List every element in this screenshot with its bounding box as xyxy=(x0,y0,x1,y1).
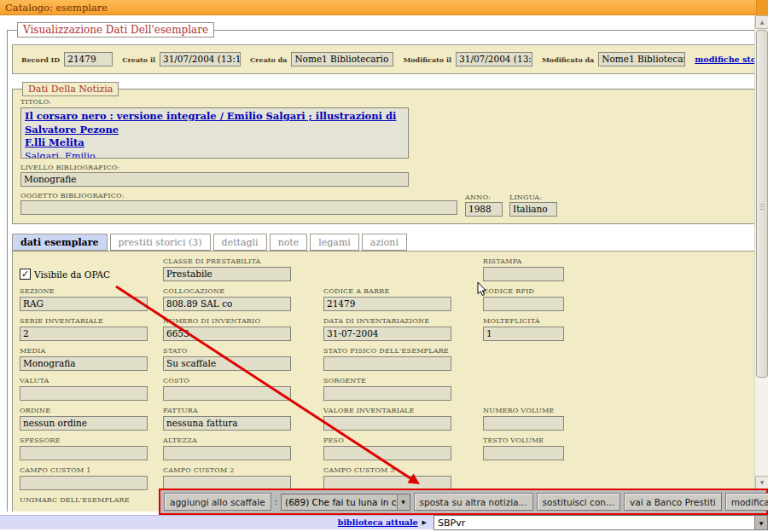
molteplicita-field: 1 xyxy=(483,327,564,341)
author-link[interactable]: Salgari, Emilio xyxy=(25,151,96,159)
main-content: Visualizzazione Dati Dell'esemplare Reco… xyxy=(0,15,754,512)
form-row: MEDIA Monografia STATO Su scaffale STATO… xyxy=(20,347,754,371)
notizia-fieldset: Dati Della Notizia TITOLO: Il corsaro ne… xyxy=(12,82,754,224)
record-id-label: Record ID xyxy=(21,55,60,64)
tab-azioni[interactable]: azioni xyxy=(362,234,407,251)
scrollbar-up-icon[interactable]: ▲ xyxy=(755,15,768,29)
vertical-scrollbar[interactable]: ▲ ▼ xyxy=(754,15,768,489)
modifiche-storiche-link[interactable]: modifiche storiche xyxy=(695,55,754,64)
title-bar: Catalogo: esemplare xyxy=(0,0,768,15)
spessore-field xyxy=(20,446,148,460)
titolo-box: Il corsaro nero : versione integrale / E… xyxy=(20,107,409,159)
lingua-group: LINGUA: Italiano xyxy=(509,194,557,217)
modified-by-label: Modificato da xyxy=(542,55,594,64)
classe-prestabilita-field: Prestabile xyxy=(163,267,291,281)
biblioteca-select-value: SBPvr xyxy=(434,518,754,529)
ristampa-field xyxy=(483,267,564,281)
sorgente-field xyxy=(323,386,451,401)
fattura-field: nessuna fattura xyxy=(163,416,291,431)
aggiungi-scaffale-button[interactable]: aggiungi allo scaffale xyxy=(164,493,271,511)
scaffale-select[interactable]: (689) Che fai tu luna in c ▼ xyxy=(281,494,410,511)
dati-esemplare-panel: ✓ Visibile da OPAC CLASSE DI PRESTABILIT… xyxy=(12,251,754,512)
biblioteca-attuale-link[interactable]: biblioteca attuale xyxy=(338,518,418,527)
tab-dettagli[interactable]: dettagli xyxy=(213,234,267,251)
breadcrumb-arrow-icon: ▶ xyxy=(422,519,427,526)
media-field: Monografia xyxy=(20,356,148,371)
scrollbar-down-icon[interactable]: ▼ xyxy=(755,476,768,489)
modified-at-label: Modificato il xyxy=(403,55,451,64)
tab-dati-esemplare[interactable]: dati esemplare xyxy=(12,234,108,251)
testo-volume-label: TESTO VOLUME xyxy=(483,437,568,444)
created-by-group: Creato da Nome1 Bibliotecario xyxy=(250,52,393,66)
publisher-link[interactable]: F.lli Melita xyxy=(25,136,84,148)
biblioteca-attuale-group: biblioteca attuale ▶ xyxy=(338,518,427,527)
stato-field: Su scaffale xyxy=(163,356,291,371)
tab-legami[interactable]: legami xyxy=(310,234,359,251)
toolbar-separator: : xyxy=(275,497,277,506)
campo-custom-1-field xyxy=(20,476,148,490)
form-row: SERIE INVENTARIALE 2 NUMERO DI INVENTARI… xyxy=(20,317,754,341)
created-at-group: Creato il 31/07/2004 (13:18) xyxy=(122,52,241,66)
record-info-bar: Record ID 21479 Creato il 31/07/2004 (13… xyxy=(12,44,754,74)
anno-lingua-group: ANNO: 1988 LINGUA: Italiano xyxy=(465,194,557,217)
biblioteca-select[interactable]: SBPvr ▼ xyxy=(433,515,768,530)
scrollbar-grip xyxy=(759,204,765,211)
serie-inventariale-field: 2 xyxy=(20,327,148,341)
page-title: Catalogo: esemplare xyxy=(5,2,108,14)
media-label: MEDIA xyxy=(20,347,163,355)
visibile-opac-checkbox[interactable]: ✓ xyxy=(20,269,31,280)
livello-label: LIVELLO BIBLIOGRAFICO: xyxy=(20,164,754,171)
scaffale-select-value: (689) Che fai tu luna in c xyxy=(282,497,397,507)
numero-volume-label: NUMERO VOLUME xyxy=(483,407,568,414)
record-id-field: 21479 xyxy=(64,52,113,66)
form-row: ORDINE nessun ordine FATTURA nessuna fat… xyxy=(20,407,754,431)
peso-label: PESO xyxy=(323,437,483,444)
ordine-field: nessun ordine xyxy=(20,416,148,431)
scrollbar-thumb[interactable] xyxy=(756,30,768,378)
created-by-field: Nome1 Bibliotecario xyxy=(291,52,393,66)
esemplare-fieldset: Visualizzazione Dati Dell'esemplare Reco… xyxy=(7,22,754,512)
modifica-button[interactable]: modifica xyxy=(725,493,768,511)
anno-field: 1988 xyxy=(465,202,503,217)
dropdown-arrow-icon[interactable]: ▼ xyxy=(754,516,767,529)
esemplare-action-toolbar: aggiungi allo scaffale : (689) Che fai t… xyxy=(159,489,768,515)
campo-custom-2-label: CAMPO CUSTOM 2 xyxy=(163,466,323,474)
notizia-fieldset-legend: Dati Della Notizia xyxy=(22,82,119,96)
sposta-notizia-button[interactable]: sposta su altra notizia... xyxy=(414,493,533,511)
modified-by-group: Modificato da Nome1 Bibliotecario xyxy=(542,52,685,66)
sostituisci-button[interactable]: sostituisci con... xyxy=(537,493,620,511)
oggetto-field xyxy=(20,200,457,215)
campo-custom-1-label: CAMPO CUSTOM 1 xyxy=(20,466,163,474)
numero-inventario-field: 6653 xyxy=(163,327,291,341)
check-icon: ✓ xyxy=(21,269,29,280)
lingua-field: Italiano xyxy=(509,202,557,217)
title-link[interactable]: Il corsaro nero : versione integrale / E… xyxy=(25,110,396,136)
codice-rfid-label: CODICE RFID xyxy=(483,287,568,295)
banco-prestiti-button[interactable]: vai a Banco Prestiti xyxy=(624,493,722,511)
collocazione-label: COLLOCAZIONE xyxy=(163,287,323,295)
modified-at-group: Modificato il 31/07/2004 (13:18) xyxy=(403,52,532,66)
altezza-field xyxy=(163,446,291,460)
application-window: Catalogo: esemplare Visualizzazione Dati… xyxy=(0,0,768,532)
valuta-label: VALUTA xyxy=(20,377,163,385)
form-row: CAMPO CUSTOM 1 CAMPO CUSTOM 2 CAMPO CUST… xyxy=(20,466,754,490)
tab-bar: dati esemplare prestiti storici (3) dett… xyxy=(12,234,754,251)
dropdown-arrow-icon[interactable]: ▼ xyxy=(397,494,410,510)
altezza-label: ALTEZZA xyxy=(163,437,323,444)
unimarc-label: UNIMARC DELL'ESEMPLARE xyxy=(20,496,163,504)
data-inventariazione-field: 31-07-2004 xyxy=(323,327,451,341)
codice-rfid-field xyxy=(483,297,564,311)
classe-prestabilita-label: CLASSE DI PRESTABILITÀ xyxy=(163,257,323,265)
tab-prestiti-storici[interactable]: prestiti storici (3) xyxy=(110,234,211,251)
stato-label: STATO xyxy=(163,347,323,355)
livello-field: Monografie xyxy=(20,172,409,187)
costo-label: COSTO xyxy=(163,377,323,385)
collocazione-field: 808.89 SAL co xyxy=(163,297,291,311)
oggetto-label: OGGETTO BIBLIOGRAFICO: xyxy=(20,192,754,200)
footer-bar: biblioteca attuale ▶ SBPvr ▼ xyxy=(0,515,768,529)
codice-barre-field: 21479 xyxy=(323,297,451,311)
molteplicita-label: MOLTEPLICITÀ xyxy=(483,317,568,325)
stato-fisico-field xyxy=(323,356,451,371)
spessore-label: SPESSORE xyxy=(20,437,163,444)
tab-note[interactable]: note xyxy=(270,234,308,251)
